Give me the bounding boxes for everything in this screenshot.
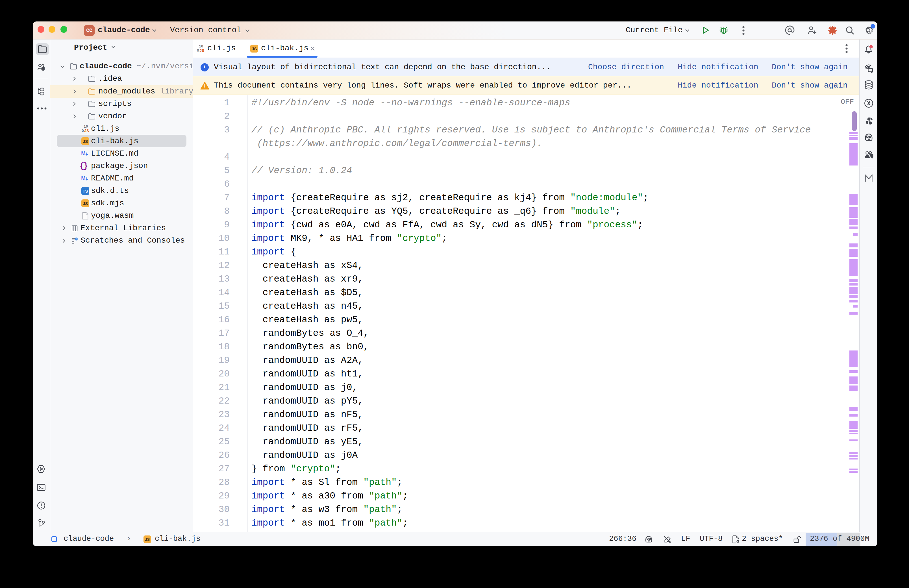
svg-text:O: O xyxy=(197,48,199,53)
svg-text:?: ? xyxy=(42,67,44,71)
svg-text:JS: JS xyxy=(199,48,204,53)
svg-text:M: M xyxy=(81,175,86,181)
svg-text:10: 10 xyxy=(84,124,88,129)
svg-text:O: O xyxy=(82,129,84,133)
svg-text:JS: JS xyxy=(84,129,89,133)
svg-text:10: 10 xyxy=(199,44,203,48)
svg-text:M: M xyxy=(81,150,86,156)
